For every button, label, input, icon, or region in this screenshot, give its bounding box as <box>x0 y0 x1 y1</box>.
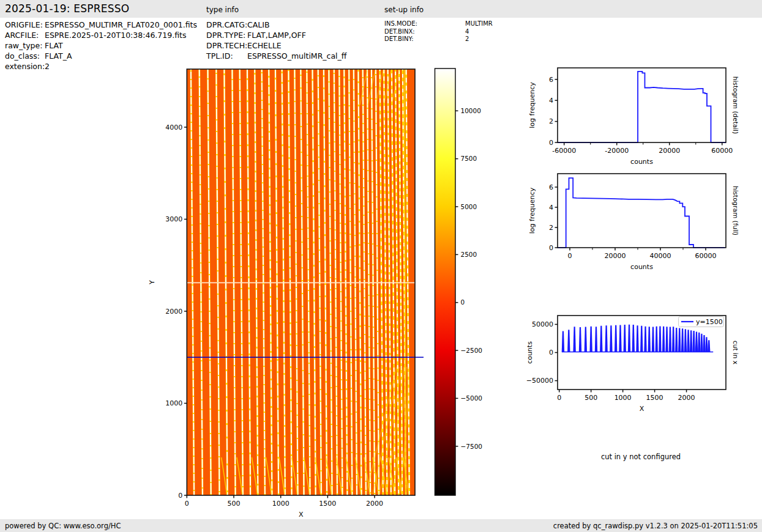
cut-peak <box>628 325 630 352</box>
y-tick-label: 2 <box>549 224 553 232</box>
x-tick-label: 1500 <box>646 394 663 402</box>
y-tick-label: 6 <box>549 183 553 191</box>
cut-peak <box>605 325 607 352</box>
cut-peak <box>656 327 658 352</box>
histogram-full-plot: 02000040000600000246countslog frequencyh… <box>528 174 739 271</box>
cut-in-x-plot: 0500100015002000−50000050000Xcountscut i… <box>526 316 739 413</box>
colorbar-tick-label: 0 <box>461 298 465 306</box>
axes-frame <box>558 174 726 248</box>
cut-peak <box>687 330 689 352</box>
colorbar: 100007500500025000−2500−5000−7500 <box>435 68 483 495</box>
panel-right-title: histogram (full) <box>732 186 739 235</box>
cut-peak <box>585 327 587 352</box>
cut-peak <box>698 333 700 352</box>
cut-peak <box>681 328 684 352</box>
colorbar-tick-label: 5000 <box>461 203 477 210</box>
y-tick-label: 0 <box>549 349 553 357</box>
histogram-detail-plot: -60000-2000020000600000246countslog freq… <box>528 68 739 166</box>
colorbar-tick-label: −7500 <box>461 443 483 450</box>
histogram-curve <box>558 178 725 248</box>
y-tick-label: 3000 <box>165 215 182 223</box>
cut-peak <box>595 327 597 352</box>
cut-peak <box>703 335 705 352</box>
cut-peak <box>669 327 671 352</box>
x-tick-label: 1000 <box>272 500 289 508</box>
y-tick-label: 6 <box>549 76 553 84</box>
x-tick-label: 20000 <box>604 252 626 260</box>
x-axis-label: counts <box>630 263 653 271</box>
y-axis-label: log frequency <box>528 82 536 128</box>
cut-peak <box>690 330 692 352</box>
y-axis-label: log frequency <box>528 187 536 234</box>
colorbar-tick-label: −2500 <box>461 347 483 354</box>
cut-peak <box>659 326 661 352</box>
cut-peak <box>632 325 635 352</box>
x-axis-label: X <box>299 511 304 519</box>
x-tick-label: 0 <box>567 252 572 260</box>
cut-peak <box>648 327 651 352</box>
cut-peak <box>614 325 617 352</box>
colorbar-gradient <box>435 68 456 495</box>
cut-peak <box>636 325 638 352</box>
y-tick-label: 0 <box>549 244 553 252</box>
cut-peak <box>672 327 674 352</box>
cut-peak <box>600 326 602 352</box>
y-tick-label: 0 <box>549 139 553 147</box>
y-tick-label: 0 <box>178 492 182 500</box>
cut-peak <box>705 337 708 352</box>
cut-peak <box>652 327 654 352</box>
y-tick-label: 4 <box>549 204 553 212</box>
cut-peak <box>692 331 695 352</box>
y-tick-label: −50000 <box>526 377 553 385</box>
y-tick-label: 4000 <box>165 124 182 131</box>
cut-in-y-note-text: cut in y not configured <box>601 453 681 461</box>
y-tick-label: 2000 <box>165 308 182 316</box>
cut-peak <box>610 325 612 352</box>
cut-peak <box>624 325 626 352</box>
cut-peak <box>589 327 592 352</box>
x-tick-label: -60000 <box>552 147 576 155</box>
x-tick-label: 40000 <box>649 252 671 260</box>
cut-peak <box>675 328 678 352</box>
cut-peak <box>562 331 564 352</box>
x-tick-label: 1500 <box>319 500 336 508</box>
histogram-curve <box>558 72 726 142</box>
cut-peak <box>619 325 621 352</box>
y-tick-label: 4 <box>549 97 553 105</box>
cut-peak <box>662 327 665 352</box>
y-tick-label: 50000 <box>532 320 553 328</box>
colorbar-tick-label: 10000 <box>461 107 481 114</box>
x-tick-label: 0 <box>557 394 561 402</box>
y-axis-label: counts <box>526 341 534 364</box>
x-tick-label: 60000 <box>695 252 716 260</box>
colorbar-tick-label: 7500 <box>461 155 477 162</box>
cut-peak <box>640 326 643 352</box>
figure-canvas: 050010001500200001000200030004000XY 1000… <box>0 0 762 532</box>
raw-image-area <box>187 69 415 495</box>
cut-peak <box>665 327 668 352</box>
cut-peak <box>708 340 710 352</box>
y-tick-label: 2 <box>549 117 553 125</box>
x-tick-label: 500 <box>585 394 597 402</box>
x-axis-label: counts <box>630 158 653 166</box>
cut-peak <box>678 328 681 352</box>
x-tick-label: -20000 <box>605 147 629 155</box>
panel-right-title: cut in x <box>732 341 739 364</box>
cut-peak <box>573 327 575 352</box>
legend-label: y=1500 <box>696 318 723 326</box>
x-tick-label: 500 <box>227 500 240 508</box>
x-tick-label: 2000 <box>678 394 695 402</box>
x-tick-label: 1000 <box>614 394 632 402</box>
panel-right-title: histogram (detail) <box>732 76 739 134</box>
cut-peak <box>700 334 703 352</box>
x-tick-label: 2000 <box>366 500 383 508</box>
axes-frame <box>558 68 726 142</box>
colorbar-tick-label: 2500 <box>461 251 477 258</box>
y-axis-label: Y <box>148 280 156 285</box>
raw-frame-plot: 050010001500200001000200030004000XY <box>148 69 424 519</box>
y-tick-label: 1000 <box>165 399 182 407</box>
cut-peak <box>695 331 698 352</box>
x-tick-label: 20000 <box>659 147 680 155</box>
colorbar-tick-label: −5000 <box>461 394 483 402</box>
x-tick-label: 60000 <box>711 147 733 155</box>
